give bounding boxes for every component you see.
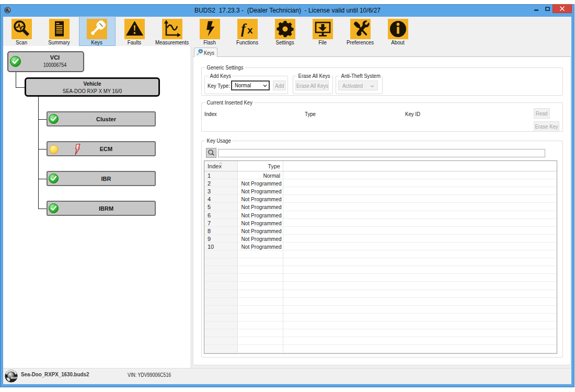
svg-text:x: x — [247, 25, 253, 36]
svg-text:BRP: BRP — [11, 376, 17, 379]
